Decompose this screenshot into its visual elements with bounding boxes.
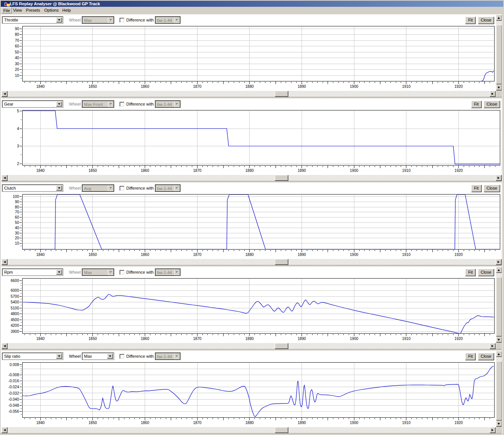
svg-text:1920: 1920 <box>454 168 463 173</box>
svg-text:2: 2 <box>17 162 19 166</box>
svg-text:1900: 1900 <box>350 253 358 257</box>
svg-text:1900: 1900 <box>350 337 358 341</box>
svg-text:1870: 1870 <box>193 337 202 341</box>
svg-text:10: 10 <box>15 74 19 78</box>
svg-text:-0.024: -0.024 <box>8 385 19 389</box>
svg-text:20: 20 <box>15 67 19 72</box>
svg-text:1910: 1910 <box>402 84 411 89</box>
svg-text:1870: 1870 <box>193 421 202 425</box>
svg-text:40: 40 <box>15 56 19 60</box>
svg-text:20: 20 <box>15 236 19 240</box>
svg-text:1850: 1850 <box>89 84 97 89</box>
svg-text:5400: 5400 <box>11 300 19 304</box>
svg-text:1860: 1860 <box>141 84 149 89</box>
svg-text:1840: 1840 <box>36 337 45 341</box>
svg-text:1870: 1870 <box>193 168 202 173</box>
svg-text:4200: 4200 <box>11 323 19 328</box>
svg-text:1900: 1900 <box>350 84 358 89</box>
svg-text:6600: 6600 <box>11 279 19 283</box>
svg-text:1890: 1890 <box>297 337 306 341</box>
svg-text:1910: 1910 <box>402 337 411 341</box>
svg-text:70: 70 <box>15 210 19 214</box>
svg-text:1880: 1880 <box>245 421 254 425</box>
svg-text:1910: 1910 <box>402 421 411 425</box>
svg-text:-0.008: -0.008 <box>8 373 19 377</box>
svg-text:1840: 1840 <box>36 168 45 173</box>
svg-text:1860: 1860 <box>141 253 149 257</box>
svg-text:5700: 5700 <box>11 294 19 299</box>
svg-text:60: 60 <box>15 215 19 219</box>
svg-text:5: 5 <box>17 109 19 113</box>
svg-text:1890: 1890 <box>297 84 306 89</box>
svg-text:1840: 1840 <box>36 84 45 89</box>
svg-text:1880: 1880 <box>245 253 254 257</box>
svg-text:70: 70 <box>15 38 19 43</box>
svg-text:1900: 1900 <box>350 168 358 173</box>
svg-text:1890: 1890 <box>297 421 306 425</box>
svg-text:1920: 1920 <box>454 84 463 89</box>
svg-text:0.008: 0.008 <box>9 363 19 367</box>
svg-text:6000: 6000 <box>11 288 19 293</box>
svg-text:1870: 1870 <box>193 253 202 257</box>
svg-text:80: 80 <box>15 32 19 37</box>
svg-text:1840: 1840 <box>36 421 45 425</box>
svg-text:40: 40 <box>15 226 19 230</box>
svg-text:1860: 1860 <box>141 421 149 425</box>
svg-text:1920: 1920 <box>454 421 463 425</box>
svg-text:1910: 1910 <box>402 253 411 257</box>
svg-text:4800: 4800 <box>11 312 19 316</box>
svg-text:100: 100 <box>13 195 19 199</box>
svg-text:50: 50 <box>15 221 19 225</box>
svg-text:1880: 1880 <box>245 337 254 341</box>
svg-text:80: 80 <box>15 205 19 209</box>
svg-text:-0.032: -0.032 <box>8 391 19 395</box>
svg-text:5100: 5100 <box>11 306 19 310</box>
svg-text:1850: 1850 <box>89 168 97 173</box>
svg-text:1850: 1850 <box>89 253 97 257</box>
svg-text:60: 60 <box>15 44 19 48</box>
svg-text:1920: 1920 <box>454 253 463 257</box>
svg-text:-0.016: -0.016 <box>8 379 19 383</box>
svg-text:-0.040: -0.040 <box>8 397 19 401</box>
svg-text:90: 90 <box>15 27 19 31</box>
svg-text:3900: 3900 <box>11 329 19 334</box>
svg-text:1850: 1850 <box>89 421 97 425</box>
svg-text:1870: 1870 <box>193 84 202 89</box>
svg-text:10: 10 <box>15 241 19 245</box>
svg-text:50: 50 <box>15 50 19 54</box>
svg-text:1850: 1850 <box>89 337 97 341</box>
svg-text:1900: 1900 <box>350 421 358 425</box>
svg-text:3: 3 <box>17 144 19 148</box>
svg-text:1840: 1840 <box>36 253 45 257</box>
svg-text:-0.056: -0.056 <box>8 409 19 414</box>
svg-text:1890: 1890 <box>297 253 306 257</box>
svg-text:30: 30 <box>15 231 19 235</box>
svg-text:1920: 1920 <box>454 337 463 341</box>
svg-text:-0.048: -0.048 <box>8 403 19 407</box>
svg-text:1880: 1880 <box>245 84 254 89</box>
svg-text:90: 90 <box>15 200 19 204</box>
svg-text:1910: 1910 <box>402 168 411 173</box>
svg-text:1860: 1860 <box>141 168 149 173</box>
svg-text:4: 4 <box>17 127 19 131</box>
svg-text:1880: 1880 <box>245 168 254 173</box>
svg-text:4500: 4500 <box>11 318 19 322</box>
svg-text:1890: 1890 <box>297 168 306 173</box>
svg-text:30: 30 <box>15 62 19 66</box>
svg-text:1860: 1860 <box>141 337 149 341</box>
